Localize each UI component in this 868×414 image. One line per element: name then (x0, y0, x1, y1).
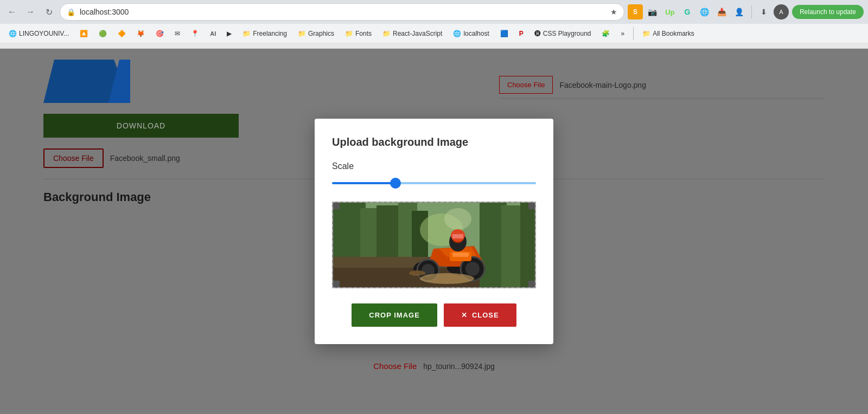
lock-icon: 🔒 (67, 8, 75, 16)
bookmark-star-icon: ★ (610, 8, 617, 16)
url-text: localhost:3000 (80, 8, 606, 16)
close-x-icon: ✕ (461, 311, 468, 319)
bookmark-label: All Bookmarks (653, 30, 694, 37)
modal-actions: CROP IMAGE ✕ CLOSE (332, 303, 536, 327)
bookmark-notion[interactable]: 🟦 (496, 28, 513, 40)
modal-dialog: Upload background Image Scale (315, 119, 553, 344)
bookmark-graphics[interactable]: 📁 Graphics (293, 28, 339, 40)
svg-rect-22 (452, 234, 463, 238)
bookmark-2[interactable]: 🔼 (75, 28, 92, 40)
bookmark-label: Freelancing (253, 30, 287, 37)
scale-slider-container: Scale (332, 161, 536, 191)
page-content: DOWNLOAD Choose File Facebook_small.png … (0, 49, 868, 414)
translate-icon[interactable]: 🌐 (697, 4, 712, 20)
css-icon: 🅦 (534, 30, 541, 37)
bookmarks-more[interactable]: » (616, 28, 629, 40)
svg-rect-12 (520, 203, 536, 288)
bookmark-label: localhost (463, 30, 489, 37)
save-icon[interactable]: 📥 (714, 4, 730, 20)
svg-point-26 (465, 262, 480, 276)
bookmark-label: Fonts (355, 30, 372, 37)
bookmark-p[interactable]: P (515, 28, 528, 40)
bookmark-icon: 🌐 (9, 30, 17, 37)
upwork-icon[interactable]: Up (662, 4, 678, 20)
avatar-icon[interactable]: A (774, 4, 789, 20)
svg-point-27 (420, 273, 474, 284)
bookmark-ai[interactable]: AI (206, 28, 220, 39)
svg-point-14 (444, 208, 471, 230)
bookmark-youtube[interactable]: ▶ (222, 28, 236, 40)
bookmarks-bar: 🌐 LINGOYOUNIV... 🔼 🟢 🔶 🦊 🎯 ✉ 📍 AI ▶ 📁 Fr… (0, 24, 868, 43)
browser-chrome: ← → ↻ 🔒 localhost:3000 ★ S 📷 Up G 🌐 📥 👤 … (0, 0, 868, 49)
bookmark-localhost[interactable]: 🌐 localhost (449, 28, 493, 40)
modal-overlay: Upload background Image Scale (0, 49, 868, 414)
back-button[interactable]: ← (4, 4, 20, 20)
close-label: CLOSE (472, 311, 499, 319)
address-bar[interactable]: 🔒 localhost:3000 ★ (60, 3, 624, 21)
close-button[interactable]: ✕ CLOSE (444, 303, 516, 327)
bookmark-5[interactable]: 🎯 (151, 28, 168, 40)
folder-icon: 📁 (242, 30, 251, 37)
bookmark-gmail[interactable]: ✉ (170, 28, 184, 40)
forward-button[interactable]: → (23, 4, 38, 20)
profile-icon[interactable]: 👤 (732, 4, 747, 20)
bookmark-label: React-JavaScript (393, 30, 442, 37)
bookmark-label: Graphics (308, 30, 334, 37)
browser-toolbar: ← → ↻ 🔒 localhost:3000 ★ S 📷 Up G 🌐 📥 👤 … (0, 0, 868, 24)
svg-point-28 (409, 270, 425, 276)
modal-title: Upload background Image (332, 136, 536, 148)
bookmark-4[interactable]: 🔶 (113, 28, 130, 40)
bookmark-fox[interactable]: 🦊 (132, 28, 149, 40)
relaunch-button[interactable]: Relaunch to update (792, 5, 864, 19)
crop-image (333, 203, 536, 288)
divider (751, 5, 752, 18)
refresh-button[interactable]: ↻ (41, 4, 56, 20)
bookmark-react[interactable]: 📁 React-JavaScript (378, 28, 446, 40)
camera-icon[interactable]: 📷 (645, 4, 660, 20)
bookmark-fonts[interactable]: 📁 Fonts (341, 28, 376, 40)
toolbar-icons: S 📷 Up G 🌐 📥 👤 ⬇ A (628, 4, 789, 20)
folder-icon: 📁 (382, 30, 391, 37)
folder-icon: 📁 (298, 30, 306, 37)
bookmark-maps[interactable]: 📍 (187, 28, 203, 40)
more-icon: » (621, 30, 624, 37)
download-icon[interactable]: ⬇ (756, 4, 771, 20)
grammarly-icon[interactable]: G (680, 4, 695, 20)
bookmark-css-playground[interactable]: 🅦 CSS Playground (530, 28, 596, 40)
folder-icon: 📁 (345, 30, 353, 37)
bookmark-all-bookmarks[interactable]: 📁 All Bookmarks (638, 28, 699, 40)
scale-label: Scale (332, 161, 536, 171)
crop-handle-bl[interactable] (333, 281, 340, 287)
bookmarks-divider (633, 27, 634, 40)
bookmark-3[interactable]: 🟢 (94, 28, 111, 40)
scale-slider[interactable] (332, 182, 536, 184)
bookmark-freelancing[interactable]: 📁 Freelancing (238, 28, 291, 40)
svg-rect-30 (452, 253, 469, 257)
crop-handle-tl[interactable] (333, 203, 340, 209)
bookmark-lingoyouniv[interactable]: 🌐 LINGOYOUNIV... (4, 28, 73, 40)
extension-icon-1[interactable]: S (628, 4, 643, 20)
globe-icon: 🌐 (453, 30, 461, 37)
folder-icon: 📁 (642, 30, 650, 37)
crop-handle-br[interactable] (528, 281, 535, 287)
bookmark-label: CSS Playground (543, 30, 591, 37)
crop-image-button[interactable]: CROP IMAGE (352, 303, 437, 327)
bookmark-puzzle[interactable]: 🧩 (597, 28, 614, 40)
crop-area (332, 202, 536, 288)
crop-handle-tr[interactable] (528, 203, 535, 209)
bookmark-label: LINGOYOUNIV... (19, 30, 69, 37)
